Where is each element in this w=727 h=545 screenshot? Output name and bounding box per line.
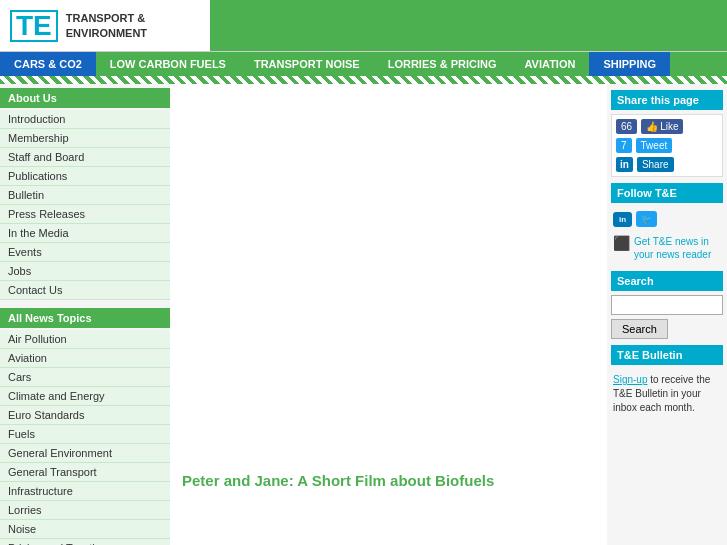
sidebar-item-contact-us[interactable]: Contact Us [0, 281, 170, 300]
fb-like-row: 66 👍 Like [616, 119, 718, 134]
linkedin-share-button[interactable]: Share [637, 157, 674, 172]
nav-lorries[interactable]: LORRIES & PRICING [374, 52, 511, 76]
page-header: TE TRANSPORT & ENVIRONMENT [0, 0, 727, 52]
linkedin-follow-button[interactable]: in [613, 212, 632, 227]
logo-area: TE TRANSPORT & ENVIRONMENT [0, 0, 210, 51]
bulletin-text: Sign-up to receive the T&E Bulletin in y… [611, 369, 723, 419]
about-us-header: About Us [0, 88, 170, 108]
search-input[interactable] [611, 295, 723, 315]
follow-section: Follow T&E in 🐦 ⬛ Get T&E news in your n… [611, 183, 723, 265]
search-header: Search [611, 271, 723, 291]
sidebar-item-climate-energy[interactable]: Climate and Energy [0, 387, 170, 406]
follow-header: Follow T&E [611, 183, 723, 203]
sidebar-item-air-pollution[interactable]: Air Pollution [0, 330, 170, 349]
rss-icon: ⬛ [613, 235, 630, 251]
sidebar-gap [0, 300, 170, 308]
twitter-icon: 🐦 [641, 214, 652, 224]
nav-shipping[interactable]: SHIPPING [589, 52, 670, 76]
bulletin-section: T&E Bulletin Sign-up to receive the T&E … [611, 345, 723, 419]
sidebar-item-staff-board[interactable]: Staff and Board [0, 148, 170, 167]
sidebar-item-infrastructure[interactable]: Infrastructure [0, 482, 170, 501]
rss-text[interactable]: Get T&E news in your news reader [634, 235, 721, 261]
left-sidebar: About Us Introduction Membership Staff a… [0, 84, 170, 545]
nav-aviation[interactable]: AVIATION [510, 52, 589, 76]
article-title[interactable]: Peter and Jane: A Short Film about Biofu… [182, 472, 595, 489]
sidebar-item-general-transport[interactable]: General Transport [0, 463, 170, 482]
bulletin-header: T&E Bulletin [611, 345, 723, 365]
sidebar-item-events[interactable]: Events [0, 243, 170, 262]
sidebar-item-aviation[interactable]: Aviation [0, 349, 170, 368]
sidebar-item-pricing-taxation[interactable]: Pricing and Taxation [0, 539, 170, 545]
navbar: CARS & CO2 LOW CARBON FUELS TRANSPORT NO… [0, 52, 727, 76]
sidebar-item-cars[interactable]: Cars [0, 368, 170, 387]
twitter-follow-button[interactable]: 🐦 [636, 211, 657, 227]
sidebar-item-noise[interactable]: Noise [0, 520, 170, 539]
sidebar-item-publications[interactable]: Publications [0, 167, 170, 186]
follow-icons-row: in 🐦 [611, 207, 723, 231]
signup-link[interactable]: Sign-up [613, 374, 647, 385]
sidebar-item-euro-standards[interactable]: Euro Standards [0, 406, 170, 425]
sidebar-item-general-environment[interactable]: General Environment [0, 444, 170, 463]
fb-count: 66 [616, 119, 637, 134]
linkedin-icon: in [616, 157, 633, 172]
sidebar-item-introduction[interactable]: Introduction [0, 110, 170, 129]
sidebar-item-in-the-media[interactable]: In the Media [0, 224, 170, 243]
nav-low-carbon[interactable]: LOW CARBON FUELS [96, 52, 240, 76]
tw-row: 7 Tweet [616, 138, 718, 153]
search-button[interactable]: Search [611, 319, 668, 339]
tw-count: 7 [616, 138, 632, 153]
sidebar-item-bulletin[interactable]: Bulletin [0, 186, 170, 205]
fb-like-button[interactable]: 👍 Like [641, 119, 683, 134]
right-sidebar: Share this page 66 👍 Like 7 Tweet in Sha… [607, 84, 727, 545]
thumbs-up-icon: 👍 [646, 121, 658, 132]
nav-transport-noise[interactable]: TRANSPORT NOISE [240, 52, 374, 76]
share-header: Share this page [611, 90, 723, 110]
sidebar-item-press-releases[interactable]: Press Releases [0, 205, 170, 224]
sidebar-item-membership[interactable]: Membership [0, 129, 170, 148]
sidebar-item-fuels[interactable]: Fuels [0, 425, 170, 444]
content-area: Peter and Jane: A Short Film about Biofu… [170, 84, 607, 545]
stripe-banner [0, 76, 727, 84]
li-row: in Share [616, 157, 718, 172]
main-layout: About Us Introduction Membership Staff a… [0, 84, 727, 545]
logo-te-icon: TE [10, 10, 58, 42]
linkedin-logo-icon: in [619, 215, 626, 224]
nav-cars-co2[interactable]: CARS & CO2 [0, 52, 96, 76]
sidebar-item-lorries[interactable]: Lorries [0, 501, 170, 520]
tweet-button[interactable]: Tweet [636, 138, 673, 153]
rss-row: ⬛ Get T&E news in your news reader [611, 231, 723, 265]
sidebar-item-jobs[interactable]: Jobs [0, 262, 170, 281]
all-news-topics-header: All News Topics [0, 308, 170, 328]
header-green-bar [210, 0, 727, 51]
share-box: 66 👍 Like 7 Tweet in Share [611, 114, 723, 177]
logo-text: TRANSPORT & ENVIRONMENT [66, 11, 147, 40]
search-section: Search Search [611, 271, 723, 339]
